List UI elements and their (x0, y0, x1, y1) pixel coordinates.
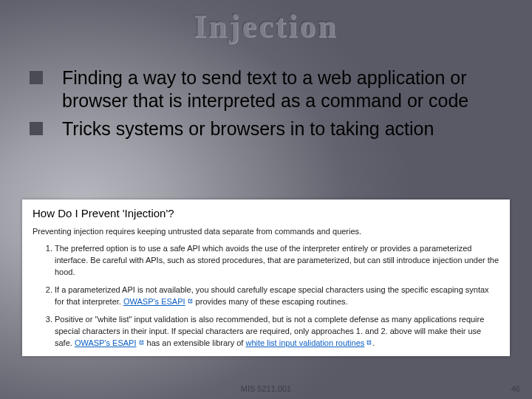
footer-page-number: 46 (511, 384, 520, 393)
bullet-item: Tricks systems or browsers in to taking … (30, 117, 510, 140)
bullet-text: Tricks systems or browsers in to taking … (62, 117, 434, 140)
slide: Injection Finding a way to send text to … (0, 0, 532, 399)
external-link-icon (138, 339, 145, 346)
slide-title: Injection (0, 7, 532, 45)
article-link[interactable]: white list input validation routines (245, 338, 364, 347)
bullet-item: Finding a way to send text to a web appl… (30, 66, 510, 113)
article-link[interactable]: OWASP's ESAPI (123, 297, 185, 306)
article-heading: How Do I Prevent 'Injection'? (33, 207, 499, 219)
article-item: The preferred option is to use a safe AP… (55, 243, 499, 279)
embedded-article: How Do I Prevent 'Injection'? Preventing… (22, 200, 510, 356)
article-text: provides many of these escaping routines… (194, 297, 348, 306)
article-text: The preferred option is to use a safe AP… (55, 244, 499, 276)
bullet-text: Finding a way to send text to a web appl… (62, 66, 510, 113)
external-link-icon (366, 339, 372, 346)
article-ordered-list: The preferred option is to use a safe AP… (33, 243, 499, 349)
article-item: Positive or "white list" input validatio… (55, 314, 499, 349)
bullet-list: Finding a way to send text to a web appl… (30, 66, 510, 145)
article-item: If a parameterized API is not available,… (55, 284, 499, 308)
article-text: has an extensible library of (145, 338, 246, 347)
footer-course-code: MIS 5211.001 (0, 384, 532, 393)
external-link-icon (187, 298, 194, 304)
article-text: . (372, 338, 375, 347)
bullet-marker (30, 122, 43, 135)
bullet-marker (30, 71, 43, 84)
article-link[interactable]: OWASP's ESAPI (75, 338, 137, 347)
article-intro: Preventing injection requires keeping un… (33, 227, 499, 236)
